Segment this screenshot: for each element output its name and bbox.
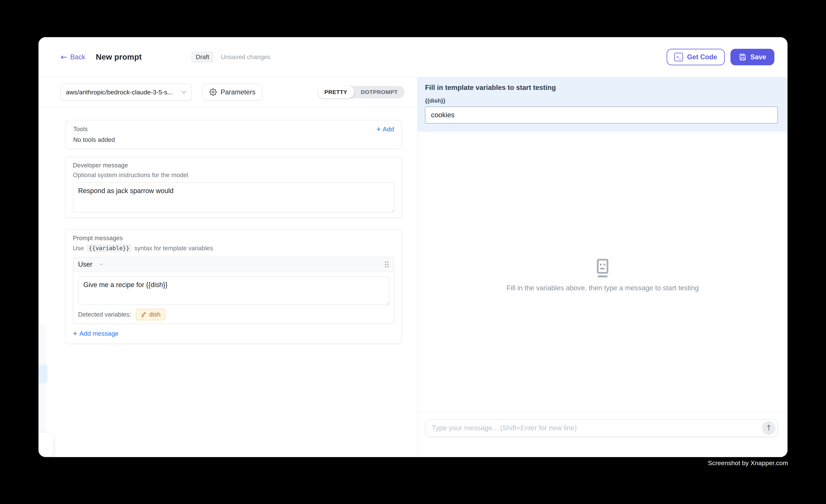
status-badge: Draft: [191, 51, 214, 63]
chat-input-section: ↑: [418, 412, 787, 457]
hint-suffix: syntax for template variables: [134, 245, 213, 252]
sidebar-popup-fragment: [39, 433, 54, 456]
chat-empty-text: Fill in the variables above, then type a…: [507, 284, 699, 292]
message-role-value: User: [78, 260, 93, 268]
send-message-button[interactable]: ↑: [762, 421, 775, 435]
developer-message-subtitle: Optional system instructions for the mod…: [73, 172, 395, 179]
detected-variables-label: Detected variables:: [78, 311, 131, 318]
prompt-editor-window: ← Back New prompt Draft Unsaved changes …: [39, 37, 787, 457]
add-tool-button[interactable]: + Add: [376, 125, 394, 133]
variable-value-input[interactable]: [425, 107, 778, 123]
variable-chip-label: dish: [149, 311, 161, 318]
terminal-icon: >_: [674, 53, 683, 61]
parameters-button[interactable]: Parameters: [202, 84, 262, 101]
toggle-pretty[interactable]: PRETTY: [318, 86, 354, 98]
chat-test-area: Fill in the variables above, then type a…: [418, 132, 787, 457]
variable-syntax-chip: {{variable}}: [86, 244, 132, 252]
add-message-button[interactable]: + Add message: [73, 330, 118, 337]
plus-icon: +: [376, 125, 381, 133]
chat-input-bar: ↑: [425, 419, 778, 437]
message-header: User: [73, 257, 394, 272]
add-message-label: Add message: [79, 330, 118, 337]
tools-card: Tools + Add No tools added: [65, 120, 402, 148]
watermark-text: Screenshot by Xnapper.com: [708, 459, 788, 467]
save-button[interactable]: Save: [730, 49, 774, 65]
chevron-down-icon: [181, 90, 186, 94]
chat-message-input[interactable]: [431, 424, 759, 432]
screenshot-background: ← Back New prompt Draft Unsaved changes …: [0, 0, 826, 504]
message-block: User: [73, 257, 395, 324]
send-arrow-icon: ↑: [765, 424, 772, 432]
edit-pencil-icon: [141, 312, 146, 317]
tools-title: Tools: [73, 126, 88, 133]
save-label: Save: [750, 53, 766, 61]
sidebar-active-item[interactable]: [39, 365, 48, 383]
drag-handle-icon[interactable]: [384, 261, 389, 268]
model-selector-value: aws/anthropic/bedrock-claude-3-5-s...: [66, 88, 173, 96]
back-button[interactable]: ← Back: [61, 53, 85, 61]
prompt-editor-panel: aws/anthropic/bedrock-claude-3-5-s... Pa…: [39, 77, 417, 457]
template-variables-section: Fill in template variables to start test…: [418, 77, 787, 132]
model-selector[interactable]: aws/anthropic/bedrock-claude-3-5-s...: [61, 84, 192, 101]
back-arrow-icon: ←: [61, 53, 67, 61]
editor-cards: Tools + Add No tools added Developer mes…: [39, 107, 417, 344]
plus-icon: +: [73, 330, 77, 337]
back-label: Back: [70, 53, 85, 61]
parameters-label: Parameters: [221, 88, 255, 96]
prompt-messages-card: Prompt messages Use {{variable}} syntax …: [65, 229, 402, 344]
app-header: ← Back New prompt Draft Unsaved changes …: [39, 37, 787, 77]
model-toolbar: aws/anthropic/bedrock-claude-3-5-s... Pa…: [39, 77, 417, 107]
variable-name-label: {{dish}}: [425, 98, 778, 104]
background-sidebar-sliver: [39, 325, 47, 457]
gear-icon: [209, 88, 217, 96]
message-body: Give me a recipe for {{dish}} Detected v…: [73, 272, 394, 324]
header-actions: >_ Get Code Save: [667, 49, 774, 65]
prompt-tester-panel: Fill in template variables to start test…: [417, 77, 787, 457]
format-toggle: PRETTY DOTPROMPT: [318, 86, 405, 98]
save-icon: [739, 53, 747, 61]
tester-title: Fill in template variables to start test…: [425, 84, 778, 91]
developer-message-card: Developer message Optional system instru…: [65, 156, 402, 218]
template-syntax-hint: Use {{variable}} syntax for template var…: [73, 244, 395, 252]
developer-message-input[interactable]: Respond as jack sparrow would: [73, 182, 395, 212]
chat-empty-state: Fill in the variables above, then type a…: [418, 259, 787, 292]
detected-variables-row: Detected variables: dish: [78, 309, 389, 320]
message-role-selector[interactable]: User: [78, 260, 104, 268]
developer-message-title: Developer message: [73, 162, 395, 169]
unsaved-changes-text: Unsaved changes: [221, 54, 270, 61]
variable-chip-dish[interactable]: dish: [136, 309, 165, 320]
message-content-input[interactable]: Give me a recipe for {{dish}}: [78, 276, 389, 305]
get-code-button[interactable]: >_ Get Code: [667, 49, 725, 65]
tools-empty-text: No tools added: [73, 136, 394, 143]
hint-prefix: Use: [73, 245, 84, 252]
prompt-messages-title: Prompt messages: [73, 235, 395, 242]
add-tool-label: Add: [383, 126, 394, 133]
robot-face-icon: [593, 259, 612, 279]
get-code-label: Get Code: [687, 53, 717, 61]
page-title: New prompt: [96, 53, 142, 62]
toggle-dotprompt[interactable]: DOTPROMPT: [354, 86, 405, 98]
chevron-down-icon: [99, 263, 104, 266]
